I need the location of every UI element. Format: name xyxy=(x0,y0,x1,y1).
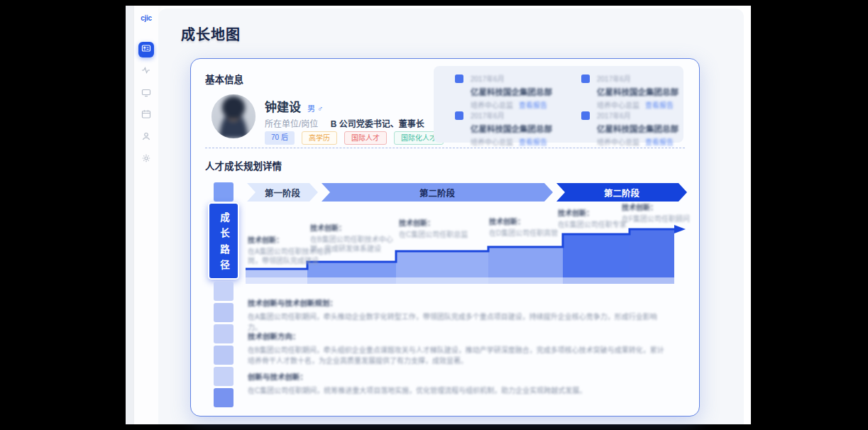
avatar xyxy=(211,94,256,138)
sidebar-item-settings[interactable] xyxy=(138,152,154,167)
path-column-segment xyxy=(214,324,234,343)
timeline-marker-icon xyxy=(581,111,590,120)
timeline-item: 2017年6月 亿星科技国企集团总部 培养中心总监查看报告 xyxy=(581,110,679,147)
gear-icon xyxy=(141,153,151,166)
plan-paragraph: 技术创新与技术创新规划： 在A集团公司任职期间，牵头推动企业数字化转型工作，带领… xyxy=(248,297,670,333)
tag-international: 国际人才 xyxy=(344,131,387,145)
path-column-segment xyxy=(214,303,234,322)
path-column-segment xyxy=(214,282,234,301)
unit-label: 所在单位/岗位 xyxy=(265,119,318,129)
step-annotation: 技术创新： 在F集团公司任职顾问 xyxy=(622,202,690,224)
plan-paragraph: 技术创新方向： 在B集团公司任职期间，牵头组织企业重点课题攻关与人才梯队建设，推… xyxy=(248,331,670,366)
timeline-marker-icon xyxy=(455,75,463,83)
avatar-photo xyxy=(211,94,256,138)
gender-badge: 男 ♂ xyxy=(307,102,323,114)
timeline-link[interactable]: 查看报告 xyxy=(519,101,547,109)
sidebar-item-growth-map[interactable] xyxy=(138,42,154,57)
main-panel: 成长地图 基本信息 钟建设 男 ♂ 所在单位/岗位 B 公司党委书记、董事长 7… xyxy=(158,9,744,424)
left-gutter xyxy=(126,6,134,424)
step-annotation: 技术创新： 在C集团公司任职总监 xyxy=(399,217,468,239)
user-icon xyxy=(141,131,151,144)
unit-value: B 公司党委书记、董事长 xyxy=(331,119,424,129)
step-annotation: 技术创新： 在E集团公司任职专家 xyxy=(558,207,627,229)
dashboard-icon xyxy=(141,43,151,56)
calendar-icon xyxy=(141,109,151,122)
timeline-item: 2017年6月 亿星科技国企集团总部 培养中心总监查看报告 xyxy=(581,73,679,110)
stage-arrow-3: 第二阶段 xyxy=(556,183,687,202)
growth-path-label: 成长路径 xyxy=(208,202,239,280)
timeline-marker-icon xyxy=(455,111,463,120)
sidebar: cjic xyxy=(134,6,158,424)
path-column-segment xyxy=(214,388,234,407)
timeline-link[interactable]: 查看报告 xyxy=(645,138,674,146)
person-name: 钟建设 xyxy=(265,97,301,115)
timeline-item: 2017年6月 亿星科技国企集团总部 培养中心总监查看报告 xyxy=(455,73,552,110)
divider xyxy=(205,148,685,148)
sidebar-item-users[interactable] xyxy=(138,130,154,145)
timeline-item: 2017年6月 亿星科技国企集团总部 培养中心总监查看报告 xyxy=(455,110,552,147)
sidebar-item-analytics[interactable] xyxy=(138,64,154,79)
stage-arrow-1: 第一阶段 xyxy=(247,183,318,202)
growth-plan-title: 人才成长规划详情 xyxy=(205,158,282,172)
sidebar-item-monitor[interactable] xyxy=(138,86,154,101)
path-column-segment xyxy=(214,346,234,365)
step-annotation: 技术创新： 在B集团公司任职技术中心 岗，完成研发体系建设 xyxy=(310,222,393,253)
tag-education: 高学历 xyxy=(302,131,337,145)
pulse-icon xyxy=(141,65,151,78)
timeline-company: 亿星科技国企集团总部 xyxy=(597,86,679,97)
timeline-date: 2017年6月 xyxy=(597,73,679,84)
timeline-note: 培养中心总监 xyxy=(471,138,513,146)
timeline-company: 亿星科技国企集团总部 xyxy=(597,123,679,134)
timeline-note: 培养中心总监 xyxy=(597,101,639,109)
stage-arrow-2: 第二阶段 xyxy=(322,183,553,202)
timeline-marker-icon xyxy=(581,75,590,83)
timeline-link[interactable]: 查看报告 xyxy=(519,138,547,146)
tag-age: 70 后 xyxy=(265,131,295,145)
timeline-company: 亿星科技国企集团总部 xyxy=(471,86,552,97)
plan-paragraph: 创新与技术创新： 在C集团公司任职期间，统筹推进重大项目落地实施，优化管理流程与… xyxy=(248,371,670,396)
timeline-link[interactable]: 查看报告 xyxy=(645,101,674,109)
page-title: 成长地图 xyxy=(181,23,241,44)
monitor-icon xyxy=(141,87,151,100)
path-column-segment xyxy=(214,182,234,202)
step-annotation: 技术创新： 在D集团公司任职高管 xyxy=(489,216,558,238)
timeline-date: 2017年6月 xyxy=(471,110,552,121)
tag-list: 70 后 高学历 国际人才 国际化人才 xyxy=(265,131,444,145)
sidebar-item-calendar[interactable] xyxy=(138,108,154,123)
app-window: cjic xyxy=(126,6,751,424)
career-timeline-panel: 2017年6月 亿星科技国企集团总部 培养中心总监查看报告 2017年6月 亿星… xyxy=(434,66,683,143)
app-logo: cjic xyxy=(141,14,151,22)
timeline-company: 亿星科技国企集团总部 xyxy=(471,123,552,134)
timeline-date: 2017年6月 xyxy=(471,73,552,84)
path-column-segment xyxy=(214,367,234,386)
basic-info-title: 基本信息 xyxy=(205,72,243,86)
timeline-note: 培养中心总监 xyxy=(471,101,513,109)
arrow-head-icon xyxy=(674,225,686,233)
growth-map-card: 基本信息 钟建设 男 ♂ 所在单位/岗位 B 公司党委书记、董事长 70 后 高… xyxy=(190,58,700,417)
timeline-date: 2017年6月 xyxy=(597,110,679,121)
timeline-note: 培养中心总监 xyxy=(597,138,639,146)
